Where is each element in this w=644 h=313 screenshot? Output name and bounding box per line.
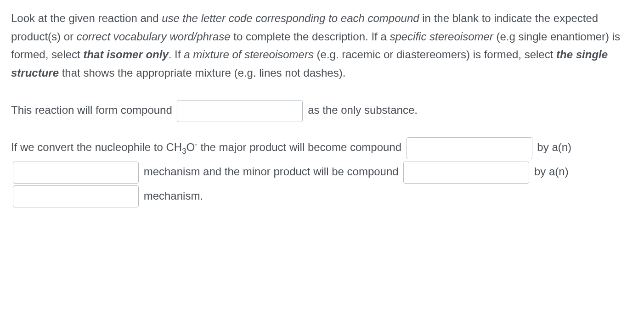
instr-bolditalic-1: that isomer only: [83, 48, 168, 61]
instr-text-6: (e.g. racemic or diastereomers) is forme…: [314, 48, 556, 61]
q2-major-compound-input[interactable]: [407, 137, 532, 159]
q2-rest: the major product will become compound: [198, 141, 405, 153]
question-2: If we convert the nucleophile to CH3O- t…: [11, 135, 633, 208]
instr-text-7: that shows the appropriate mixture (e.g.…: [59, 67, 345, 79]
q2-sub: 3: [182, 147, 186, 156]
instr-text-1: Look at the given reaction and: [11, 12, 162, 24]
q2-major-mechanism-input[interactable]: [13, 162, 139, 184]
instr-italic-3: specific stereoisomer: [390, 30, 493, 43]
q1-after: as the only substance.: [305, 104, 417, 116]
instr-text-5: . If: [169, 48, 184, 61]
q2-by-an-2: by a(n): [531, 165, 568, 178]
q2-minor-mechanism-input[interactable]: [13, 185, 139, 207]
q1-compound-input[interactable]: [177, 100, 303, 122]
instr-text-3: to complete the description. If a: [231, 30, 390, 43]
q2-before: If we convert the nucleophile to CH: [11, 141, 182, 153]
q2-nucleophile-phrase: If we convert the nucleophile to CH3O-: [11, 141, 198, 153]
instr-italic-1: use the letter code corresponding to eac…: [162, 12, 419, 24]
instr-italic-2: correct vocabulary word/phrase: [77, 30, 231, 43]
q2-by-an-1: by a(n): [534, 141, 571, 153]
q2-mech-end: mechanism.: [141, 190, 203, 202]
question-1: This reaction will form compound as the …: [11, 98, 633, 123]
q2-mech-and-minor: mechanism and the minor product will be …: [141, 165, 401, 178]
q2-after-sub: O: [186, 141, 195, 153]
q2-minor-compound-input[interactable]: [403, 162, 529, 184]
instructions-paragraph: Look at the given reaction and use the l…: [11, 9, 633, 82]
q1-before: This reaction will form compound: [11, 104, 175, 116]
instr-italic-4: a mixture of stereoisomers: [184, 48, 314, 61]
